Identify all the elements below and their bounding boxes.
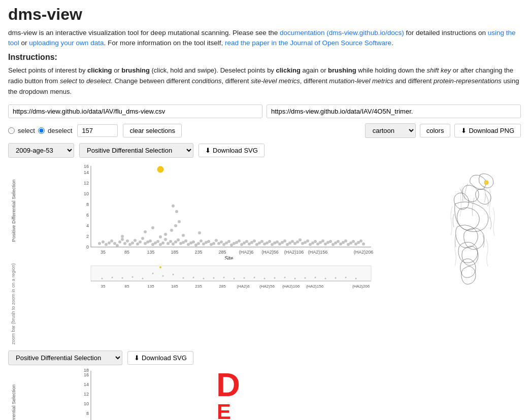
svg-point-84 xyxy=(255,243,258,246)
svg-point-61 xyxy=(197,242,200,245)
svg-point-70 xyxy=(220,240,223,243)
svg-point-48 xyxy=(164,238,167,241)
svg-text:(HA2)156: (HA2)156 xyxy=(306,284,324,289)
svg-text:Site: Site xyxy=(224,256,234,260)
svg-point-130 xyxy=(159,235,162,238)
logo-metric-dropdown[interactable]: Positive Differential Selection xyxy=(8,351,122,365)
svg-text:10: 10 xyxy=(84,191,89,196)
svg-point-115 xyxy=(334,241,337,244)
download-icon: ⬇ xyxy=(461,127,467,134)
svg-point-72 xyxy=(225,241,228,244)
svg-text:(HA2)206: (HA2)206 xyxy=(352,284,370,289)
controls-row: select deselect clear selections cartoon… xyxy=(8,123,521,138)
svg-point-101 xyxy=(299,238,302,241)
svg-text:2: 2 xyxy=(86,234,89,239)
svg-text:85: 85 xyxy=(124,250,129,255)
svg-text:(HA2)206: (HA2)206 xyxy=(354,250,374,255)
logo-chart-section: Positive Differential Selection ⬇ Downlo… xyxy=(8,351,424,420)
svg-point-133 xyxy=(174,224,177,227)
svg-point-65 xyxy=(207,240,210,243)
svg-point-97 xyxy=(288,241,291,244)
svg-point-155 xyxy=(223,276,225,278)
svg-point-147 xyxy=(152,272,154,274)
doc-link[interactable]: documentation (dms-view.github.io/docs) xyxy=(280,29,404,37)
svg-point-39 xyxy=(141,237,144,240)
svg-point-134 xyxy=(178,220,181,223)
svg-point-123 xyxy=(354,242,357,246)
svg-text:185: 185 xyxy=(171,250,178,255)
svg-point-124 xyxy=(357,241,360,244)
svg-point-31 xyxy=(121,238,124,241)
svg-point-129 xyxy=(151,226,154,229)
svg-point-131 xyxy=(164,233,167,236)
scatter-download-svg-button[interactable]: ⬇ Download SVG xyxy=(199,144,264,157)
select-deselect-group: select deselect xyxy=(8,127,72,134)
svg-text:16: 16 xyxy=(84,164,89,169)
svg-point-208 xyxy=(484,181,488,185)
protein-structure-container[interactable] xyxy=(429,168,521,297)
svg-text:(HA2)106: (HA2)106 xyxy=(282,284,300,289)
svg-text:14: 14 xyxy=(84,382,89,387)
svg-point-82 xyxy=(250,241,253,244)
site-input[interactable] xyxy=(77,124,118,137)
svg-point-90 xyxy=(271,243,274,246)
svg-text:(HA2)56: (HA2)56 xyxy=(259,284,275,289)
download-png-button[interactable]: ⬇ Download PNG xyxy=(454,124,521,137)
condition-dropdown[interactable]: 2009-age-53 xyxy=(8,143,74,158)
protein-structure-svg[interactable] xyxy=(429,168,521,295)
data-url-input[interactable] xyxy=(8,104,262,118)
cartoon-dropdown[interactable]: cartoon xyxy=(365,123,416,138)
svg-point-55 xyxy=(182,241,185,244)
download-svg-icon: ⬇ xyxy=(205,147,211,154)
logo-download-svg-button[interactable]: ⬇ Download SVG xyxy=(127,351,193,365)
svg-point-98 xyxy=(291,240,294,243)
svg-point-56 xyxy=(184,239,187,242)
svg-point-79 xyxy=(243,241,246,244)
svg-point-23 xyxy=(98,242,101,245)
deselect-label[interactable]: deselect xyxy=(48,127,72,134)
svg-point-46 xyxy=(159,243,162,246)
svg-point-103 xyxy=(304,241,307,244)
svg-point-136 xyxy=(198,231,201,234)
deselect-radio[interactable] xyxy=(38,127,45,134)
svg-point-35 xyxy=(131,241,134,244)
paper-link[interactable]: read the paper in the Journal of Open So… xyxy=(225,39,391,47)
mol-controls: cartoon colors ⬇ Download PNG xyxy=(365,123,521,138)
colors-button[interactable]: colors xyxy=(420,124,451,137)
svg-point-74 xyxy=(230,243,233,247)
svg-point-164 xyxy=(315,276,316,278)
svg-point-125 xyxy=(359,239,362,242)
zoom-bar-svg[interactable]: 35 85 135 185 235 285 (HA2)6 (HA2)56 (HA… xyxy=(18,263,424,291)
svg-point-145 xyxy=(132,276,134,277)
select-label[interactable]: select xyxy=(18,127,35,134)
svg-point-49 xyxy=(167,242,170,245)
svg-point-108 xyxy=(316,242,319,246)
svg-point-67 xyxy=(212,242,215,245)
svg-point-95 xyxy=(283,239,286,242)
svg-point-42 xyxy=(149,239,152,242)
svg-point-24 xyxy=(102,240,105,243)
svg-point-107 xyxy=(314,240,317,243)
svg-point-57 xyxy=(187,243,190,246)
svg-point-110 xyxy=(321,239,324,242)
select-radio[interactable] xyxy=(8,127,15,134)
svg-text:16: 16 xyxy=(84,372,89,377)
logo-svg[interactable]: 0 2 4 6 8 10 12 14 16 18 Site 157 xyxy=(18,368,424,420)
instructions-body: Select points of interest by clicking or… xyxy=(8,65,521,97)
svg-point-148 xyxy=(159,266,161,268)
svg-text:14: 14 xyxy=(84,170,89,175)
svg-point-33 xyxy=(126,239,129,242)
scatter-svg[interactable]: 0 2 4 6 8 10 12 14 16 35 85 135 185 xyxy=(18,161,424,260)
scatter-metric-dropdown[interactable]: Positive Differential Selection xyxy=(79,143,193,158)
svg-point-99 xyxy=(293,242,296,245)
svg-point-135 xyxy=(182,234,185,237)
structure-url-input[interactable] xyxy=(267,104,521,118)
svg-text:235: 235 xyxy=(194,250,202,255)
svg-text:6: 6 xyxy=(86,213,89,218)
clear-selections-button[interactable]: clear selections xyxy=(123,124,182,137)
upload-link[interactable]: uploading your own data xyxy=(29,39,104,47)
svg-point-78 xyxy=(240,243,243,246)
left-panel: 2009-age-53 Positive Differential Select… xyxy=(8,143,424,420)
svg-point-119 xyxy=(344,239,347,242)
svg-point-51 xyxy=(172,242,175,246)
